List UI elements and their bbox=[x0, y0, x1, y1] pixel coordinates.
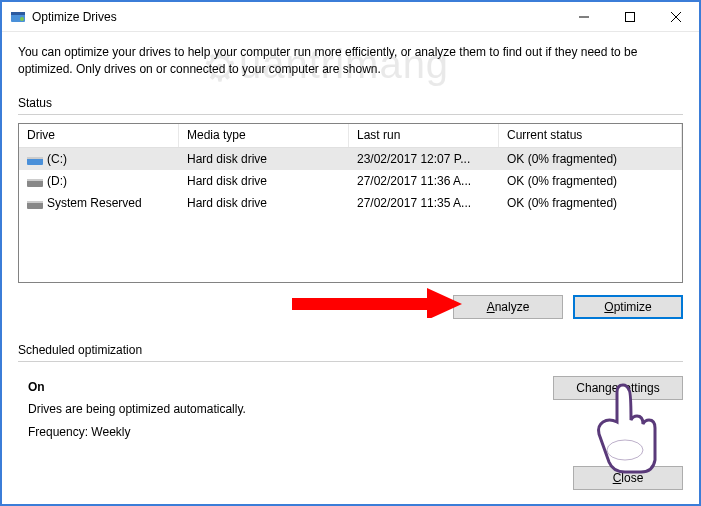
current-status: OK (0% fragmented) bbox=[499, 174, 682, 188]
minimize-button[interactable] bbox=[561, 2, 607, 32]
scheduled-desc: Drives are being optimized automatically… bbox=[28, 398, 246, 421]
header-lastrun[interactable]: Last run bbox=[349, 124, 499, 147]
divider bbox=[18, 114, 683, 115]
drive-table: Drive Media type Last run Current status… bbox=[18, 123, 683, 283]
header-drive[interactable]: Drive bbox=[19, 124, 179, 147]
svg-rect-13 bbox=[292, 298, 427, 310]
drive-icon bbox=[27, 175, 43, 187]
header-media[interactable]: Media type bbox=[179, 124, 349, 147]
scheduled-info: On Drives are being optimized automatica… bbox=[28, 376, 246, 444]
table-body: (C:)Hard disk drive23/02/2017 12:07 P...… bbox=[19, 148, 682, 214]
scheduled-section: Scheduled optimization On Drives are bei… bbox=[18, 343, 683, 444]
table-header: Drive Media type Last run Current status bbox=[19, 124, 682, 148]
drive-name: System Reserved bbox=[47, 196, 142, 210]
drive-name: (D:) bbox=[47, 174, 67, 188]
media-type: Hard disk drive bbox=[179, 196, 349, 210]
hand-annotation bbox=[585, 380, 665, 484]
scheduled-label: Scheduled optimization bbox=[18, 343, 683, 357]
last-run: 27/02/2017 11:36 A... bbox=[349, 174, 499, 188]
svg-rect-1 bbox=[11, 12, 25, 15]
drive-icon bbox=[27, 153, 43, 165]
divider bbox=[18, 361, 683, 362]
current-status: OK (0% fragmented) bbox=[499, 196, 682, 210]
analyze-button[interactable]: Analyze bbox=[453, 295, 563, 319]
scheduled-state: On bbox=[28, 376, 246, 399]
table-row[interactable]: System ReservedHard disk drive27/02/2017… bbox=[19, 192, 682, 214]
media-type: Hard disk drive bbox=[179, 174, 349, 188]
table-row[interactable]: (C:)Hard disk drive23/02/2017 12:07 P...… bbox=[19, 148, 682, 170]
current-status: OK (0% fragmented) bbox=[499, 152, 682, 166]
window-controls bbox=[561, 2, 699, 32]
maximize-button[interactable] bbox=[607, 2, 653, 32]
last-run: 27/02/2017 11:35 A... bbox=[349, 196, 499, 210]
app-icon bbox=[10, 9, 26, 25]
drive-name: (C:) bbox=[47, 152, 67, 166]
svg-marker-14 bbox=[427, 288, 462, 318]
drive-icon bbox=[27, 197, 43, 209]
close-button[interactable] bbox=[653, 2, 699, 32]
arrow-annotation bbox=[292, 288, 462, 322]
table-row[interactable]: (D:)Hard disk drive27/02/2017 11:36 A...… bbox=[19, 170, 682, 192]
svg-rect-10 bbox=[27, 179, 43, 181]
svg-rect-12 bbox=[27, 201, 43, 203]
titlebar: Optimize Drives bbox=[2, 2, 699, 32]
svg-point-2 bbox=[20, 17, 24, 21]
media-type: Hard disk drive bbox=[179, 152, 349, 166]
window-title: Optimize Drives bbox=[32, 10, 561, 24]
header-status[interactable]: Current status bbox=[499, 124, 682, 147]
svg-rect-8 bbox=[27, 157, 43, 159]
optimize-button[interactable]: Optimize bbox=[573, 295, 683, 319]
status-label: Status bbox=[18, 96, 683, 110]
svg-rect-4 bbox=[626, 12, 635, 21]
scheduled-freq: Frequency: Weekly bbox=[28, 421, 246, 444]
last-run: 23/02/2017 12:07 P... bbox=[349, 152, 499, 166]
description-text: You can optimize your drives to help you… bbox=[18, 44, 683, 78]
